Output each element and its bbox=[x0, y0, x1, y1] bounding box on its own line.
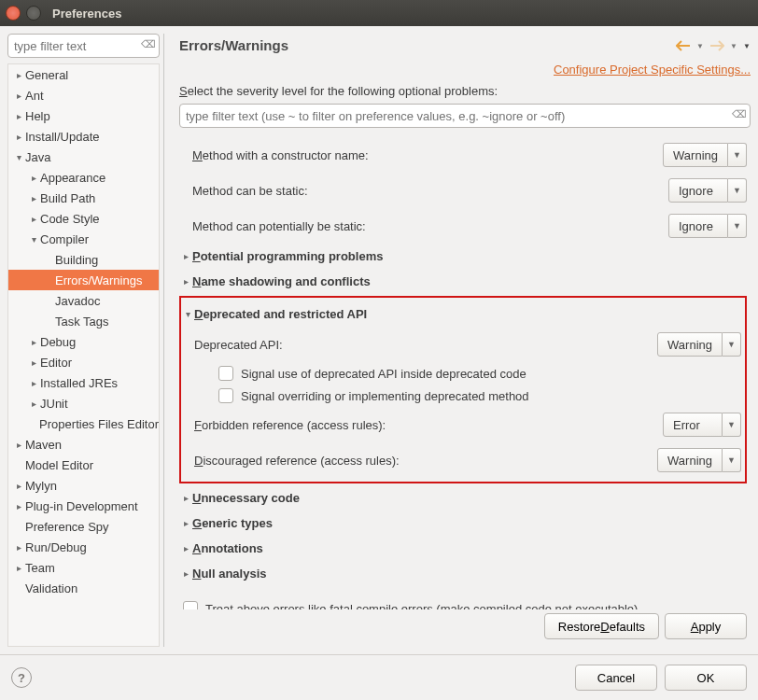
checkbox-icon[interactable] bbox=[218, 388, 233, 403]
tree-item[interactable]: ▸Run/Debug bbox=[8, 537, 159, 557]
twisty-icon[interactable]: ▸ bbox=[179, 543, 192, 553]
tree-item[interactable]: ▾Compiler bbox=[8, 229, 159, 249]
twisty-icon[interactable]: ▸ bbox=[27, 378, 40, 388]
twisty-icon[interactable]: ▸ bbox=[27, 399, 40, 409]
twisty-icon[interactable]: ▸ bbox=[12, 70, 25, 80]
tree-item[interactable]: ▸Model Editor bbox=[8, 455, 159, 475]
window-minimize-icon[interactable] bbox=[26, 6, 41, 21]
tree-item[interactable]: ▸Appearance bbox=[8, 167, 159, 188]
option-row: Method can potentially be static:Ignore▼ bbox=[179, 208, 747, 244]
twisty-icon[interactable]: ▸ bbox=[27, 193, 40, 203]
tree-item[interactable]: ▸Maven bbox=[8, 434, 159, 455]
tree-item[interactable]: ▸Code Style bbox=[8, 208, 159, 229]
nav-arrows: ▼ ▼ ▼ bbox=[676, 40, 751, 51]
tree-item[interactable]: ▸General bbox=[8, 64, 159, 85]
tree-item[interactable]: ▸Mylyn bbox=[8, 475, 159, 496]
tree-item[interactable]: ▸Plug-in Development bbox=[8, 496, 159, 516]
twisty-icon[interactable]: ▸ bbox=[12, 563, 25, 573]
twisty-icon[interactable]: ▸ bbox=[12, 481, 25, 491]
options-filter: ⌫ bbox=[179, 104, 751, 128]
tree-item[interactable]: ▸Debug bbox=[8, 331, 159, 352]
tree-item[interactable]: ▸Building bbox=[8, 249, 159, 270]
section-header[interactable]: ▸Annotations bbox=[179, 536, 747, 561]
tree-item[interactable]: ▾Java bbox=[8, 147, 159, 167]
tree-item[interactable]: ▸Task Tags bbox=[8, 311, 159, 331]
tree-item[interactable]: ▸Ant bbox=[8, 85, 159, 105]
twisty-icon[interactable]: ▸ bbox=[12, 501, 25, 511]
twisty-icon[interactable]: ▸ bbox=[179, 518, 192, 528]
section-header[interactable]: ▸Unnecessary code bbox=[179, 485, 747, 511]
tree-item[interactable]: ▸Editor bbox=[8, 352, 159, 372]
options-filter-input[interactable] bbox=[179, 104, 751, 128]
tree-filter-input[interactable] bbox=[7, 34, 160, 58]
window-title: Preferences bbox=[52, 7, 121, 21]
tree-filter: ⌫ bbox=[7, 34, 160, 58]
preferences-tree[interactable]: ▸General▸Ant▸Help▸Install/Update▾Java▸Ap… bbox=[7, 63, 160, 647]
tree-item[interactable]: ▸Team bbox=[8, 557, 159, 578]
chk-signal-override[interactable]: Signal overriding or implementing deprec… bbox=[181, 385, 741, 407]
clear-icon[interactable]: ⌫ bbox=[141, 38, 154, 51]
twisty-icon[interactable]: ▾ bbox=[12, 152, 25, 162]
twisty-icon[interactable]: ▸ bbox=[27, 214, 40, 224]
nav-fwd-menu-icon[interactable]: ▼ bbox=[730, 42, 737, 49]
clear-icon[interactable]: ⌫ bbox=[732, 108, 745, 121]
twisty-icon[interactable]: ▸ bbox=[27, 337, 40, 347]
chevron-down-icon: ▼ bbox=[728, 178, 747, 203]
tree-item[interactable]: ▸Errors/Warnings bbox=[8, 270, 159, 290]
tree-item-label: Validation bbox=[25, 581, 77, 595]
tree-item[interactable]: ▸Install/Update bbox=[8, 126, 159, 147]
severity-combo[interactable]: Ignore▼ bbox=[668, 214, 747, 238]
twisty-icon[interactable]: ▸ bbox=[27, 357, 40, 368]
section-header[interactable]: ▸Name shadowing and conflicts bbox=[179, 269, 747, 294]
twisty-icon[interactable]: ▸ bbox=[179, 276, 192, 287]
window-close-icon[interactable] bbox=[6, 6, 21, 21]
checkbox-icon[interactable] bbox=[218, 366, 233, 381]
tree-item[interactable]: ▸JUnit bbox=[8, 393, 159, 413]
chevron-down-icon: ▼ bbox=[723, 413, 741, 437]
section-header[interactable]: ▸Null analysis bbox=[179, 561, 747, 586]
twisty-icon[interactable]: ▸ bbox=[12, 132, 25, 142]
tree-item[interactable]: ▸Preference Spy bbox=[8, 516, 159, 537]
tree-item[interactable]: ▸Properties Files Editor bbox=[8, 413, 159, 434]
view-menu-icon[interactable]: ▼ bbox=[743, 42, 751, 49]
help-icon[interactable]: ? bbox=[11, 667, 32, 688]
chevron-down-icon: ▼ bbox=[723, 332, 741, 357]
twisty-icon[interactable]: ▸ bbox=[12, 111, 25, 121]
apply-button[interactable]: Apply bbox=[665, 613, 747, 639]
twisty-icon[interactable]: ▾ bbox=[27, 234, 40, 245]
tree-item-label: Run/Debug bbox=[25, 540, 87, 554]
options-area: Method with a constructor name:Warning▼M… bbox=[179, 137, 751, 609]
page-header: Errors/Warnings ▼ ▼ ▼ bbox=[179, 34, 751, 61]
nav-back-icon[interactable] bbox=[676, 40, 691, 51]
combo-forbidden-ref[interactable]: Error▼ bbox=[663, 413, 741, 437]
tree-item[interactable]: ▸Installed JREs bbox=[8, 372, 159, 393]
section-deprecated[interactable]: ▾Deprecated and restricted API bbox=[181, 301, 741, 327]
restore-defaults-button[interactable]: Restore Defaults bbox=[544, 613, 659, 639]
tree-item[interactable]: ▸Javadoc bbox=[8, 290, 159, 311]
tree-item-label: Javadoc bbox=[55, 294, 100, 308]
tree-item[interactable]: ▸Help bbox=[8, 105, 159, 126]
severity-combo[interactable]: Ignore▼ bbox=[668, 178, 747, 203]
checkbox-icon[interactable] bbox=[183, 601, 198, 609]
tree-item[interactable]: ▸Validation bbox=[8, 578, 159, 598]
twisty-icon[interactable]: ▸ bbox=[27, 173, 40, 183]
combo-deprecated-api[interactable]: Warning▼ bbox=[657, 332, 741, 357]
chk-signal-inside[interactable]: Signal use of deprecated API inside depr… bbox=[181, 362, 741, 385]
ok-button[interactable]: OK bbox=[665, 665, 747, 691]
project-settings-link[interactable]: Configure Project Specific Settings... bbox=[179, 61, 751, 84]
nav-fwd-icon[interactable] bbox=[709, 40, 724, 51]
severity-combo[interactable]: Warning▼ bbox=[663, 143, 747, 167]
twisty-icon[interactable]: ▸ bbox=[179, 493, 192, 503]
nav-back-menu-icon[interactable]: ▼ bbox=[696, 42, 704, 49]
twisty-icon[interactable]: ▸ bbox=[179, 251, 192, 261]
section-header[interactable]: ▸Generic types bbox=[179, 511, 747, 536]
tree-item[interactable]: ▸Build Path bbox=[8, 188, 159, 208]
twisty-icon[interactable]: ▸ bbox=[12, 91, 25, 101]
twisty-icon[interactable]: ▸ bbox=[12, 440, 25, 450]
twisty-icon[interactable]: ▸ bbox=[179, 568, 192, 579]
twisty-icon[interactable]: ▸ bbox=[12, 542, 25, 553]
section-header[interactable]: ▸Potential programming problems bbox=[179, 244, 747, 269]
treat-fatal-row[interactable]: Treat above errors like fatal compile er… bbox=[179, 586, 747, 609]
cancel-button[interactable]: Cancel bbox=[575, 665, 657, 691]
combo-discouraged-ref[interactable]: Warning▼ bbox=[657, 448, 741, 472]
